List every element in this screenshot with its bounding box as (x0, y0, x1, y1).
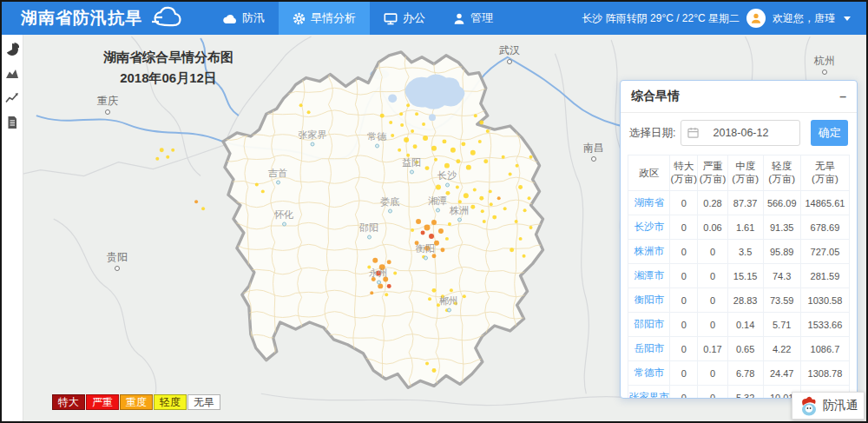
dropdown-caret-icon[interactable] (844, 17, 851, 21)
nav-item-office[interactable]: 办公 (370, 2, 439, 35)
map-title-line2: 2018年06月12日 (47, 68, 290, 89)
legend-item: 特大 (52, 394, 85, 410)
value-cell: 0 (670, 361, 698, 386)
avatar[interactable] (746, 9, 766, 28)
date-label: 选择日期: (629, 126, 675, 141)
value-cell: 74.3 (763, 264, 800, 288)
app-title: 湖南省防汛抗旱 (21, 7, 142, 30)
region-link[interactable]: 衡阳市 (628, 288, 670, 313)
value-cell: 14865.61 (800, 191, 849, 215)
line-chart-icon[interactable] (4, 90, 20, 106)
calendar-icon (687, 127, 699, 138)
pie-chart-icon[interactable] (4, 42, 20, 57)
value-cell: 0 (698, 361, 727, 386)
nav-label: 旱情分析 (311, 10, 356, 26)
col-header-light: 轻度(万亩) (763, 155, 800, 191)
region-link[interactable]: 岳阳市 (628, 337, 670, 361)
table-row[interactable]: 湖南省00.2887.37566.0914865.61 (628, 191, 850, 215)
value-cell: 95.89 (763, 240, 800, 264)
value-cell: 0 (670, 191, 698, 215)
table-row[interactable]: 岳阳市00.170.654.221086.7 (628, 337, 850, 361)
value-cell: 28.83 (727, 288, 763, 313)
value-cell: 1533.66 (800, 313, 849, 337)
region-link[interactable]: 湖南省 (628, 191, 670, 215)
main-nav: 防汛 旱情分析 办公 (208, 2, 507, 35)
top-navbar: 湖南省防汛抗旱 防汛 旱情分析 (2, 2, 866, 35)
cloud-logo-icon (148, 6, 182, 30)
avatar-user-icon (750, 12, 762, 24)
nav-item-flood[interactable]: 防汛 (208, 2, 279, 35)
fangxuntong-widget[interactable]: 防汛通 (792, 392, 865, 420)
value-cell: 1308.78 (800, 361, 849, 386)
value-cell: 87.37 (727, 191, 763, 215)
value-cell: 727.05 (800, 240, 849, 264)
collapse-icon[interactable]: – (839, 92, 846, 101)
table-header-row: 政区 特大(万亩) 严重(万亩) 中度(万亩) 轻度(万亩) 无旱(万亩) (628, 155, 850, 191)
area-chart-icon[interactable] (4, 66, 20, 82)
col-header-moderate: 中度(万亩) (727, 155, 763, 191)
value-cell: 0 (698, 313, 727, 337)
value-cell: 281.59 (800, 264, 849, 288)
region-link[interactable]: 常德市 (628, 361, 670, 386)
nav-item-drought-analysis[interactable]: 旱情分析 (279, 2, 370, 35)
value-cell: 0.06 (698, 215, 727, 240)
nav-item-admin[interactable]: 管理 (439, 2, 507, 35)
table-row[interactable]: 衡阳市0028.8373.591030.58 (628, 288, 850, 313)
legend-item: 轻度 (154, 394, 187, 410)
drought-table: 政区 特大(万亩) 严重(万亩) 中度(万亩) 轻度(万亩) 无旱(万亩) 湖南… (628, 155, 850, 399)
table-row[interactable]: 邵阳市000.145.711533.66 (628, 313, 850, 337)
legend-item: 重度 (120, 394, 153, 410)
value-cell: 15.15 (727, 264, 763, 288)
value-cell: 678.69 (800, 215, 849, 240)
gear-icon (293, 12, 306, 25)
value-cell: 0 (670, 337, 698, 361)
value-cell: 24.47 (763, 361, 800, 386)
drought-legend: 特大严重重度轻度无旱 (52, 394, 220, 410)
region-link[interactable]: 湘潭市 (628, 264, 670, 288)
value-cell: 0 (670, 313, 698, 337)
value-cell: 0.65 (727, 337, 763, 361)
region-link[interactable]: 张家界市 (628, 386, 670, 400)
monitor-icon (384, 12, 398, 25)
value-cell: 566.09 (763, 191, 800, 215)
table-row[interactable]: 长沙市00.061.6191.35678.69 (628, 215, 850, 240)
value-cell: 0.14 (727, 313, 763, 337)
value-cell: 0 (698, 264, 727, 288)
col-header-none: 无旱(万亩) (800, 155, 849, 191)
value-cell: 3.5 (727, 240, 763, 264)
value-cell: 5.71 (763, 313, 800, 337)
region-link[interactable]: 长沙市 (628, 215, 670, 240)
table-row[interactable]: 株洲市003.595.89727.05 (628, 240, 850, 264)
widget-label: 防汛通 (823, 398, 858, 413)
region-link[interactable]: 株洲市 (628, 240, 670, 264)
left-toolbar (2, 35, 23, 421)
value-cell: 1.61 (727, 215, 763, 240)
legend-item: 无旱 (187, 394, 220, 410)
cloud-icon (222, 13, 237, 24)
date-picker[interactable] (681, 120, 800, 146)
value-cell: 0 (670, 215, 698, 240)
value-cell: 0 (670, 240, 698, 264)
legend-item: 严重 (86, 394, 119, 410)
map-title-line1: 湖南省综合旱情分布图 (47, 47, 290, 68)
value-cell: 73.59 (763, 288, 800, 313)
app-logo: 湖南省防汛抗旱 (2, 6, 208, 30)
region-link[interactable]: 邵阳市 (628, 313, 670, 337)
value-cell: 0.28 (698, 191, 727, 215)
app-window: 湖南省防汛抗旱 防汛 旱情分析 (0, 0, 868, 423)
value-cell: 91.35 (763, 215, 800, 240)
value-cell: 0 (670, 264, 698, 288)
value-cell: 4.22 (763, 337, 800, 361)
value-cell: 0 (670, 386, 698, 400)
welcome-text[interactable]: 欢迎您，唐瑾 (773, 11, 835, 26)
value-cell: 1086.7 (800, 337, 849, 361)
value-cell: 0 (670, 288, 698, 313)
confirm-button[interactable]: 确定 (811, 120, 848, 146)
nav-label: 办公 (403, 10, 425, 26)
user-icon (453, 12, 465, 25)
table-row[interactable]: 湘潭市0015.1574.3281.59 (628, 264, 850, 288)
table-row[interactable]: 常德市006.7824.471308.78 (628, 361, 850, 386)
value-cell: 5.32 (727, 386, 763, 400)
report-document-icon[interactable] (4, 115, 20, 130)
col-header-region: 政区 (628, 155, 670, 191)
